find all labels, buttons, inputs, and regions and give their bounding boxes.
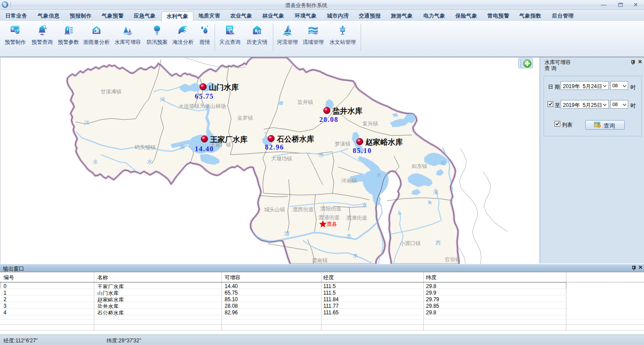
svg-text:澧澹街道: 澧澹街道	[346, 215, 367, 221]
svg-text:65.75: 65.75	[195, 92, 214, 100]
svg-text:涔南镇: 涔南镇	[341, 178, 357, 184]
svg-text:梦溪镇: 梦溪镇	[335, 141, 351, 147]
svg-text:14.40: 14.40	[195, 145, 214, 153]
svg-text:城头山镇: 城头山镇	[264, 206, 285, 213]
svg-text:火连坡镇: 火连坡镇	[179, 103, 200, 109]
svg-text:官垸镇: 官垸镇	[445, 256, 461, 263]
svg-text:82.96: 82.96	[265, 143, 284, 151]
svg-text:西: 西	[436, 240, 441, 246]
svg-text:甘溪滩镇: 甘溪滩镇	[100, 89, 122, 95]
svg-text:山门水库: 山门水库	[209, 83, 239, 92]
svg-text:澧西街道: 澧西街道	[293, 206, 314, 213]
svg-text:澧: 澧	[284, 231, 290, 237]
svg-text:天供山林场: 天供山林场	[200, 103, 226, 109]
svg-text:赵家峪水库: 赵家峪水库	[365, 138, 403, 146]
svg-text:王家厂水库: 王家厂水库	[210, 135, 247, 144]
svg-text:水: 水	[353, 253, 358, 259]
svg-text:小渡口镇: 小渡口镇	[400, 240, 421, 246]
svg-text:水: 水	[362, 202, 367, 208]
svg-text:盐井水库: 盐井水库	[332, 107, 362, 115]
svg-text:大堰垱镇: 大堰垱镇	[271, 156, 292, 162]
svg-text:金罗镇: 金罗镇	[237, 115, 253, 121]
svg-text:85.10: 85.10	[353, 147, 372, 154]
svg-text:水: 水	[318, 152, 324, 158]
svg-text:澧阳街道: 澧阳街道	[320, 206, 341, 212]
svg-text:水: 水	[93, 159, 98, 165]
svg-text:如东镇: 如东镇	[411, 163, 427, 169]
svg-text:涔: 涔	[160, 96, 165, 103]
svg-text:松: 松	[441, 160, 446, 166]
svg-text:盐井镇: 盐井镇	[297, 99, 313, 105]
svg-text:水: 水	[376, 172, 381, 178]
svg-text:水: 水	[147, 159, 152, 165]
svg-text:码头铺镇: 码头铺镇	[135, 144, 156, 150]
svg-text:石公桥水库: 石公桥水库	[276, 135, 314, 143]
svg-text:滋: 滋	[433, 189, 438, 195]
svg-text:涔: 涔	[84, 120, 89, 126]
svg-text:28.08: 28.08	[319, 116, 339, 123]
svg-text:复兴镇: 复兴镇	[362, 121, 378, 127]
svg-text:澧浦街道: 澧浦街道	[318, 214, 340, 221]
svg-text:南: 南	[180, 144, 185, 150]
svg-text:水: 水	[346, 233, 351, 239]
svg-text:澧县: 澧县	[326, 221, 337, 227]
svg-text:澧南镇: 澧南镇	[312, 257, 328, 263]
